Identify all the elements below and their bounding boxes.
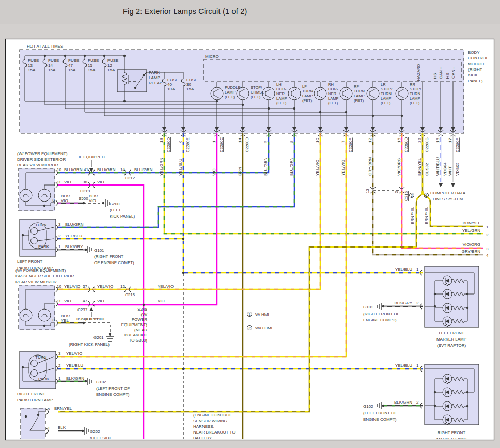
diagram-label: 2 — [248, 326, 251, 330]
diagram-label: MARKER LAMP — [436, 437, 466, 441]
fet-label: TURN — [410, 91, 420, 96]
diagram-label: 11 — [57, 299, 61, 303]
hazard-park-switch-box — [21, 408, 45, 440]
diagram-label: BODY — [468, 50, 480, 55]
diagram-label: 8 — [53, 198, 55, 203]
bcm-pin-connector: C2280B — [425, 137, 429, 152]
diagram-label: LEFT FRONT — [17, 259, 42, 264]
diagram-label: 3 — [486, 246, 489, 251]
bcm-pin-connector: C2280E — [185, 137, 190, 152]
diagram-label: COMPUTER DATA — [430, 191, 466, 195]
bcm-pin-number: 6 — [178, 140, 183, 143]
diagram-label: PASSENGER SIDE EXTERIOR — [15, 274, 74, 279]
bcm-pin-circuit-code: VDB04 — [443, 162, 447, 176]
diagram-label: 1 — [58, 244, 61, 249]
fuse-label: 47 — [68, 63, 73, 68]
diagram-label: BRN/YEL — [54, 406, 72, 411]
diagram-label: YEL/VIO — [64, 284, 80, 289]
diagram-label: YEL/GRN — [462, 228, 480, 233]
left-front-marker-lamp-box — [425, 266, 479, 327]
right-front-marker-lamp-box — [425, 364, 479, 425]
fet-label: LAMP — [276, 96, 287, 101]
diagram-label: YEL/VIO — [158, 284, 174, 289]
junction-dot — [268, 107, 270, 110]
diagram-label: S500 — [79, 196, 88, 201]
bcm-pin-connector: C2280D — [166, 137, 171, 152]
diagram-label: G102 — [363, 404, 373, 409]
diagram-label: (W/ POWER EQUIPMENT) — [15, 268, 66, 273]
diagram-label: C237 — [77, 307, 88, 312]
diagram-label: CONTROL — [468, 56, 489, 60]
diagram-label: (RIGHT FRONT — [94, 254, 123, 259]
fuse-label: 15A — [68, 68, 76, 72]
fet-label: LH — [276, 82, 282, 87]
bcm-pin-wire-color: WHT — [448, 166, 452, 176]
diagram-label: BREAKOUT — [124, 333, 147, 337]
diagram-label: NEAR BREAKOUT TO — [193, 430, 235, 435]
fuse-label: FUSE — [186, 78, 197, 82]
diagram-label: 2 — [411, 194, 413, 197]
diagram-label: 5 — [48, 407, 50, 411]
diagram-label: G201 — [93, 335, 104, 340]
diagram-label: VIO — [158, 299, 165, 303]
fuse-label: FUSE — [28, 58, 39, 63]
diagram-label: BLK/GRN — [66, 376, 84, 381]
fet-label: LAMP — [354, 94, 364, 98]
fuse-label: FUSE — [48, 58, 59, 63]
fuse-label: FUSE — [68, 58, 79, 63]
fet-label: NER — [276, 91, 285, 96]
fet-label: CHMSL — [251, 90, 264, 95]
fuse-label: 40 — [167, 82, 172, 87]
diagram-label: BRN/YEL — [463, 221, 481, 225]
diagram-label: MARKER LAMP — [436, 337, 466, 342]
fuse-label: 13 — [28, 63, 33, 68]
fet-label: LR — [381, 82, 386, 87]
junction-dot — [43, 325, 45, 327]
diagram-label: (ENGINE CONTROL — [193, 413, 232, 418]
diagram-label: 1 — [58, 376, 61, 381]
diagram-label: HARNESS, — [193, 424, 214, 429]
fet-label: (FET) — [276, 101, 287, 105]
diagram-label: GRY/BRN — [462, 249, 481, 254]
diagram-label: LAMP — [149, 75, 160, 80]
diagram-label: BLK/YEL — [89, 317, 106, 321]
diagram-label: BLU/GRN — [97, 167, 116, 172]
junction-dot — [401, 115, 403, 117]
diagram-label: 2 — [416, 301, 419, 305]
bcm-pin-connector: C2280D — [245, 137, 249, 152]
bcm-pin-number: 7 — [341, 140, 346, 143]
diagram-label: BLK/GRY — [394, 301, 412, 305]
diagram-label: KICK — [468, 73, 478, 78]
junction-dot — [83, 322, 85, 324]
fet-label: STOP/ — [251, 85, 262, 90]
fet-label: LAMP — [381, 96, 391, 101]
fet-label: TURN — [354, 89, 365, 94]
diagram-label: 8 — [53, 318, 55, 322]
diagram-label: YEL/VIO — [97, 284, 113, 289]
fet-label: RH — [328, 82, 334, 87]
fet-label: RF — [354, 84, 359, 89]
junction-dot — [466, 391, 468, 393]
fet-label: STOP/ — [410, 87, 421, 91]
bcm-pin-number: 16 — [435, 138, 440, 143]
junction-dot — [37, 414, 39, 416]
bcm-pin-number: 9 — [263, 140, 268, 143]
diagram-label: VIO — [64, 180, 71, 184]
bcm-pin-wire-color: YEL/VIO — [341, 160, 346, 176]
diagram-label: G101 — [94, 248, 104, 253]
fuse-label: 10A — [167, 87, 175, 91]
diagram-label: VIO — [61, 198, 68, 203]
fet-label: LAMP — [410, 96, 420, 101]
fet-label: COR- — [276, 87, 287, 91]
fuse-label: 15A — [88, 68, 96, 72]
diagram-label: POWER — [132, 317, 147, 322]
fet-label: NER — [328, 91, 336, 96]
fuse-label: 15 — [88, 63, 92, 68]
diagram-label: BLU/GRN — [65, 222, 84, 227]
junction-dot — [372, 115, 374, 117]
diagram-label: VIO — [97, 180, 104, 184]
diagram-label: 10 — [57, 284, 61, 289]
diagram-label: C215 — [404, 191, 409, 201]
diagram-label: 13 — [365, 189, 370, 193]
diagram-label: RIGHT FRONT — [17, 392, 45, 396]
